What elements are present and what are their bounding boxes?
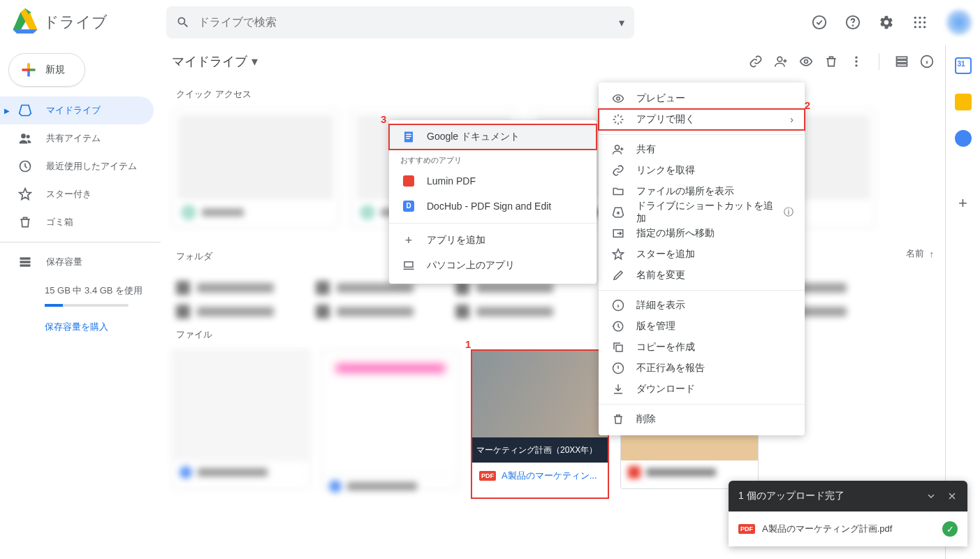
svg-point-20 bbox=[855, 57, 857, 59]
sub-dochub[interactable]: DDocHub - PDF Sign and Edit bbox=[389, 194, 597, 219]
ctx-get-link[interactable]: リンクを取得 bbox=[599, 160, 805, 181]
svg-rect-36 bbox=[406, 138, 409, 140]
search-input[interactable] bbox=[198, 16, 619, 29]
svg-point-7 bbox=[919, 21, 921, 23]
file-card[interactable] bbox=[321, 349, 460, 489]
arrow-up-icon[interactable]: ↑ bbox=[930, 249, 935, 259]
sub-lumin[interactable]: Lumin PDF bbox=[389, 168, 597, 194]
tasks-icon[interactable] bbox=[955, 130, 972, 147]
ctx-remove[interactable]: 削除 bbox=[599, 409, 805, 430]
apps-icon[interactable] bbox=[906, 8, 934, 36]
svg-point-3 bbox=[914, 17, 916, 19]
dropdown-icon[interactable]: ▾ bbox=[619, 16, 624, 29]
sort-label[interactable]: 名前 bbox=[906, 247, 924, 260]
sidebar-item-starred[interactable]: スター付き bbox=[0, 180, 154, 208]
sub-add-app[interactable]: +アプリを追加 bbox=[389, 228, 597, 253]
sub-desktop-apps[interactable]: パソコン上のアプリ bbox=[389, 253, 597, 278]
calendar-icon[interactable] bbox=[955, 57, 972, 74]
svg-point-0 bbox=[813, 16, 826, 29]
sidebar-item-trash[interactable]: ゴミ箱 bbox=[0, 208, 154, 236]
search-bar[interactable]: ▾ bbox=[166, 6, 634, 38]
close-icon[interactable] bbox=[946, 491, 958, 502]
ctx-report[interactable]: 不正行為を報告 bbox=[599, 358, 805, 379]
annotation-2: 2 bbox=[805, 99, 810, 111]
help-icon: ⓘ bbox=[784, 206, 793, 219]
sidebar-item-label: 共有アイテム bbox=[46, 132, 101, 145]
annotation-1: 1 bbox=[465, 338, 471, 350]
plus-icon: + bbox=[400, 233, 417, 248]
svg-point-8 bbox=[923, 21, 926, 23]
link-icon bbox=[610, 164, 627, 177]
sub-google-docs[interactable]: 3 Google ドキュメント bbox=[389, 124, 597, 150]
ctx-share[interactable]: 共有 bbox=[599, 139, 805, 160]
list-view-icon[interactable] bbox=[895, 55, 909, 68]
ctx-rename[interactable]: 名前を変更 bbox=[599, 265, 805, 286]
breadcrumb[interactable]: マイドライブ ▾ bbox=[172, 53, 258, 70]
add-icon[interactable]: + bbox=[958, 194, 967, 212]
open-with-icon bbox=[610, 113, 627, 126]
sidebar-item-storage[interactable]: 保存容量 bbox=[0, 248, 154, 276]
star-icon bbox=[17, 187, 34, 201]
ctx-download[interactable]: ダウンロード bbox=[599, 379, 805, 400]
svg-point-9 bbox=[914, 26, 916, 28]
ctx-open-with[interactable]: 2 アプリで開く › bbox=[599, 109, 805, 130]
svg-rect-35 bbox=[406, 136, 411, 138]
add-person-icon[interactable] bbox=[774, 55, 788, 68]
warning-icon bbox=[610, 362, 627, 375]
pencil-icon bbox=[610, 269, 627, 282]
annotation-3: 3 bbox=[381, 113, 386, 125]
info-icon[interactable] bbox=[920, 55, 934, 68]
help-icon[interactable] bbox=[839, 8, 867, 36]
storage-bar bbox=[45, 304, 129, 307]
dochub-icon: D bbox=[400, 201, 417, 212]
quick-card[interactable] bbox=[172, 109, 339, 228]
ctx-move-to[interactable]: 指定の場所へ移動 bbox=[599, 223, 805, 244]
open-with-submenu: 3 Google ドキュメント おすすめのアプリ Lumin PDF DDocH… bbox=[389, 120, 597, 284]
svg-point-5 bbox=[923, 17, 926, 19]
file-card[interactable] bbox=[172, 349, 310, 489]
upload-row[interactable]: PDF A製品のマーケティング計画.pdf ✓ bbox=[729, 511, 967, 546]
ctx-add-star[interactable]: スターを追加 bbox=[599, 244, 805, 265]
search-icon bbox=[176, 15, 190, 29]
trash-icon[interactable] bbox=[824, 55, 838, 68]
ctx-show-location[interactable]: ファイルの場所を表示 bbox=[599, 181, 805, 202]
keep-icon[interactable] bbox=[955, 94, 972, 110]
ctx-details[interactable]: 詳細を表示 bbox=[599, 295, 805, 316]
chevron-down-icon[interactable] bbox=[926, 491, 937, 502]
svg-rect-17 bbox=[20, 264, 31, 266]
pdf-icon: PDF bbox=[479, 471, 496, 481]
svg-point-13 bbox=[27, 135, 30, 138]
drive-logo[interactable] bbox=[11, 8, 39, 36]
buy-storage-link[interactable]: 保存容量を購入 bbox=[45, 321, 161, 333]
sidebar-item-shared[interactable]: 共有アイテム bbox=[0, 124, 154, 152]
ctx-add-shortcut[interactable]: ドライブにショートカットを追加ⓘ bbox=[599, 202, 805, 223]
eye-icon[interactable] bbox=[799, 55, 813, 68]
more-icon[interactable] bbox=[849, 55, 863, 68]
eye-icon bbox=[610, 92, 627, 105]
svg-rect-37 bbox=[404, 262, 413, 268]
link-icon[interactable] bbox=[749, 55, 763, 68]
files-label: ファイル bbox=[176, 328, 934, 341]
new-button[interactable]: 新規 bbox=[8, 53, 85, 87]
trash-icon bbox=[17, 215, 34, 229]
sidebar-item-mydrive[interactable]: ▶ マイドライブ bbox=[0, 96, 154, 124]
sidebar-item-recent[interactable]: 最近使用したアイテム bbox=[0, 152, 154, 180]
file-banner: マーケティング計画（20XX年） bbox=[472, 437, 608, 463]
avatar[interactable] bbox=[946, 10, 972, 35]
ctx-versions[interactable]: 版を管理 bbox=[599, 316, 805, 337]
svg-point-27 bbox=[617, 97, 620, 101]
ctx-preview[interactable]: プレビュー bbox=[599, 88, 805, 109]
svg-point-21 bbox=[855, 60, 857, 62]
file-thumbnail bbox=[472, 351, 608, 437]
svg-point-12 bbox=[21, 133, 26, 138]
svg-point-28 bbox=[615, 145, 620, 150]
quick-access-label: クイック アクセス bbox=[176, 88, 934, 101]
svg-point-11 bbox=[923, 26, 926, 28]
ready-offline-icon[interactable] bbox=[805, 8, 833, 36]
docs-icon bbox=[400, 131, 417, 143]
svg-rect-31 bbox=[616, 345, 622, 351]
trash-icon bbox=[610, 413, 627, 426]
selected-file-card[interactable]: 1 マーケティング計画（20XX年） PDF A製品のマーケティン... bbox=[471, 349, 609, 499]
ctx-make-copy[interactable]: コピーを作成 bbox=[599, 337, 805, 358]
settings-icon[interactable] bbox=[872, 8, 900, 36]
